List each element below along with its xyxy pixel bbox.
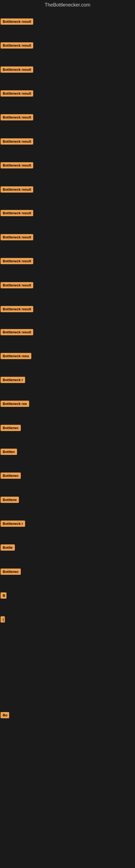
bottleneck-badge-26[interactable]: | <box>1 616 5 622</box>
bottleneck-badge-25[interactable]: B <box>1 592 6 599</box>
bottleneck-badge-11[interactable]: Bottleneck result <box>1 258 33 264</box>
result-row-22: Bottleneck r <box>1 520 25 528</box>
bottleneck-badge-2[interactable]: Bottleneck result <box>1 42 33 49</box>
site-title: TheBottlenecker.com <box>0 0 135 10</box>
bottleneck-badge-17[interactable]: Bottleneck res <box>1 401 29 407</box>
bottleneck-badge-8[interactable]: Bottleneck result <box>1 186 33 193</box>
bottleneck-badge-1[interactable]: Bottleneck result <box>1 19 33 25</box>
bottleneck-badge-18[interactable]: Bottlenec <box>1 425 21 431</box>
result-row-25: B <box>1 591 6 599</box>
bottleneck-badge-7[interactable]: Bottleneck result <box>1 162 33 168</box>
bottleneck-badge-19[interactable]: Bottlen <box>1 448 17 455</box>
result-row-23: Bottle <box>1 543 15 552</box>
bottleneck-badge-10[interactable]: Bottleneck result <box>1 234 33 240</box>
result-row-13: Bottleneck result <box>1 305 33 313</box>
result-row-26: | <box>1 615 5 623</box>
result-row-9: Bottleneck result <box>1 209 33 217</box>
result-row-29: Bo <box>1 711 9 719</box>
bottleneck-badge-14[interactable]: Bottleneck result <box>1 329 33 335</box>
bottleneck-badge-12[interactable]: Bottleneck result <box>1 282 33 288</box>
result-row-19: Bottlen <box>1 447 17 456</box>
bottleneck-badge-4[interactable]: Bottleneck result <box>1 90 33 97</box>
result-row-8: Bottleneck result <box>1 185 33 193</box>
result-row-5: Bottleneck result <box>1 113 33 121</box>
bottleneck-badge-3[interactable]: Bottleneck result <box>1 66 33 73</box>
bottleneck-badge-22[interactable]: Bottleneck r <box>1 521 25 527</box>
result-row-21: Bottlene <box>1 496 19 504</box>
result-row-2: Bottleneck result <box>1 41 33 50</box>
bottleneck-badge-29[interactable]: Bo <box>1 712 9 718</box>
result-row-17: Bottleneck res <box>1 400 29 408</box>
result-row-12: Bottleneck result <box>1 281 33 289</box>
result-row-18: Bottlenec <box>1 424 21 432</box>
bottleneck-badge-15[interactable]: Bottleneck resu <box>1 353 31 359</box>
result-row-24: Bottlenec <box>1 567 21 576</box>
result-row-10: Bottleneck result <box>1 233 33 241</box>
rows-container: Bottleneck resultBottleneck resultBottle… <box>0 10 135 868</box>
bottleneck-badge-23[interactable]: Bottle <box>1 545 15 551</box>
result-row-16: Bottleneck r <box>1 376 25 384</box>
result-row-3: Bottleneck result <box>1 65 33 73</box>
result-row-11: Bottleneck result <box>1 257 33 265</box>
result-row-1: Bottleneck result <box>1 18 33 26</box>
bottleneck-badge-5[interactable]: Bottleneck result <box>1 114 33 120</box>
result-row-14: Bottleneck result <box>1 328 33 336</box>
result-row-6: Bottleneck result <box>1 137 33 145</box>
result-row-15: Bottleneck resu <box>1 352 31 360</box>
bottleneck-badge-24[interactable]: Bottlenec <box>1 568 21 575</box>
result-row-7: Bottleneck result <box>1 161 33 169</box>
bottleneck-badge-20[interactable]: Bottlenec <box>1 472 21 479</box>
bottleneck-badge-9[interactable]: Bottleneck result <box>1 210 33 216</box>
result-row-20: Bottlenec <box>1 471 21 479</box>
bottleneck-badge-6[interactable]: Bottleneck result <box>1 138 33 145</box>
bottleneck-badge-16[interactable]: Bottleneck r <box>1 377 25 383</box>
bottleneck-badge-21[interactable]: Bottlene <box>1 497 19 503</box>
page-container: TheBottlenecker.com Bottleneck resultBot… <box>0 0 135 868</box>
bottleneck-badge-13[interactable]: Bottleneck result <box>1 306 33 312</box>
result-row-4: Bottleneck result <box>1 89 33 97</box>
